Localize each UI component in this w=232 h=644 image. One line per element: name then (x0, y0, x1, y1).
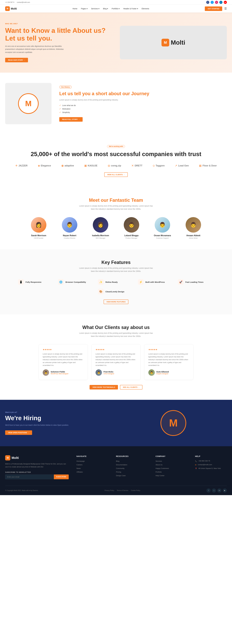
footer-facebook-icon[interactable]: f (207, 488, 211, 492)
feature-retina-label: Retina Ready (105, 281, 118, 283)
instagram-topbar-icon[interactable]: in (215, 1, 218, 4)
guto-text: Lorem ipsum is simply dummy text of the … (148, 352, 189, 367)
footer-link-news[interactable]: News (76, 467, 108, 470)
story-content: Our History Let us tell you a short abou… (59, 86, 227, 122)
solomon-info: Solomon Fields WordPress Web Designer (51, 371, 68, 375)
footer-subscribe-button[interactable]: SUBSCRIBE (54, 474, 69, 479)
client-logo-drett: ✕DRETT (131, 164, 142, 167)
footer-twitter-icon[interactable]: t (212, 488, 216, 492)
footer-link-blog[interactable]: Blog (116, 460, 148, 462)
hiring-description: We'd love to have you in our team! click… (5, 424, 70, 427)
footer-link-documentation[interactable]: Documentation (116, 464, 148, 466)
footer-link-help-center[interactable]: Help Center (156, 474, 187, 477)
footer-logo-icon: M (5, 455, 10, 460)
hiring-logo-m: M (169, 417, 178, 429)
email-address: contact@molti.com (17, 2, 30, 3)
footer-link-careers[interactable]: Careers (76, 464, 108, 466)
terms-of-service-link[interactable]: Terms of Service (117, 490, 128, 492)
nav-header-footer[interactable]: Header & Footer ▾ (123, 8, 138, 10)
story-title: Let us tell you a short about our Journe… (59, 91, 227, 97)
footer-link-homepage[interactable]: Homepage (76, 460, 108, 462)
story-list-item: ✓ Motivation (59, 108, 227, 110)
amaan-avatar: 👨 (186, 217, 201, 232)
nav-logo[interactable]: M Molti (5, 6, 17, 11)
guto-author: 👨 Guto Ellwood Graphic Designer (148, 369, 189, 376)
hero-description: At vero eos et accusamus iusto odio dign… (5, 45, 70, 54)
ocean-role: Customer Support (150, 237, 175, 239)
nav-services[interactable]: Services ▾ (91, 8, 99, 10)
nav-portfolio[interactable]: Portfolio ▾ (112, 8, 120, 10)
solomon-title: WordPress Web Designer (51, 373, 68, 375)
client-logo-adaptive: ◉adaptive (61, 164, 74, 167)
client-logo-leadgen: ↗Lead Gen (175, 164, 189, 167)
feature-wordpress: ⚡ Built with WordPress (138, 279, 174, 285)
footer-resources-links: Blog Documentation Community Pricing Des… (116, 460, 148, 477)
testimonial-guto: ★★★★★ Lorem ipsum is simply dummy text o… (144, 344, 193, 380)
footer-navigate-title: NAVIGATE (76, 455, 108, 457)
team-member-nayan: 👨 Nayan Robert Creative Director (57, 217, 82, 239)
footer-link-community[interactable]: Community (116, 467, 148, 470)
address-icon: 📍 (195, 468, 197, 470)
nav-elements[interactable]: Elements (142, 8, 149, 10)
feature-fast-loading-label: Fast Loading Times (185, 281, 204, 283)
features-description: Lorem Ipsum is simply dummy text of the … (77, 267, 155, 273)
testimonials-section: What Our Clients say about us Lorem Ipsu… (0, 314, 232, 400)
youtube-topbar-icon[interactable]: ▶ (224, 1, 227, 4)
story-image: M (5, 83, 51, 124)
footer-phone: 📞 +60 893 330 75 (195, 460, 227, 462)
see-all-clients-button[interactable]: SEE ALL CLIENTS → (120, 385, 142, 390)
facebook-topbar-icon[interactable]: f (206, 1, 209, 4)
footer-link-portfolio[interactable]: Portfolio (156, 471, 187, 473)
footer-top: M Molti Molti is a Professionally Design… (5, 455, 227, 486)
feature-responsive: 📱 Fully Responsive (18, 279, 54, 285)
story-badge: Our History (59, 86, 72, 89)
footer-linkedin-icon[interactable]: in (217, 488, 222, 492)
hero-brand: M Molti (162, 39, 185, 46)
footer-email-input[interactable] (5, 474, 54, 479)
footer-link-about[interactable]: About Us (156, 464, 187, 466)
twitter-topbar-icon[interactable]: t (211, 1, 214, 4)
team-title: Meet our Fantastic Team (5, 198, 227, 203)
footer-link-pricing[interactable]: Pricing (116, 471, 148, 473)
nav-pages[interactable]: Pages ▾ (81, 8, 87, 10)
footer-social-icons: f t in ▶ (207, 488, 227, 492)
get-started-button[interactable]: GET STARTED (205, 6, 222, 11)
amaan-role: Article Writer (181, 237, 206, 239)
story-cta-button[interactable]: READ FULL STORY → (59, 117, 83, 122)
footer-link-affiliates[interactable]: Affiliates (76, 471, 108, 473)
hamburger-icon[interactable]: ☰ (224, 7, 227, 10)
team-member-sarah: 👩 Sarah Morrison CEO/Founder (26, 217, 51, 239)
footer-youtube-icon[interactable]: ▶ (223, 488, 227, 492)
footer-link-design-case[interactable]: Design Case (116, 474, 148, 477)
firat-author: 👨 Firat Hicks UX/UI Designer (95, 369, 137, 376)
view-more-features-button[interactable]: VIEW MORE FEATURES (104, 300, 129, 304)
footer: M Molti Molti is a Professionally Design… (0, 446, 232, 495)
nav-blog[interactable]: Blog ▾ (103, 8, 108, 10)
wordpress-icon: ⚡ (138, 279, 144, 285)
team-member-ocean: 👨 Ocean Mcnamara Customer Support (150, 217, 175, 239)
hero-cta-button[interactable]: READ OUR STORY → (5, 58, 28, 62)
view-all-clients-button[interactable]: VIEW ALL CLIENTS → (104, 172, 128, 177)
linkedin-topbar-icon[interactable]: li (219, 1, 223, 4)
client-logo-taggore: ◇Taggore (153, 164, 165, 167)
cookie-policy-link[interactable]: Cookie Policy (131, 490, 140, 492)
footer-link-services[interactable]: Services (156, 460, 187, 462)
nayan-role: Creative Director (57, 237, 82, 239)
leland-avatar: 👨 (124, 217, 139, 232)
footer-link-happy-customers[interactable]: Happy Customers (156, 467, 187, 470)
privacy-policy-link[interactable]: Privacy Policy (105, 490, 114, 492)
team-member-leland: 👨 Leland Bloggs Product Manager (119, 217, 144, 239)
guto-name: Guto Ellwood (156, 371, 169, 373)
ocean-name: Ocean Mcnamara (150, 234, 175, 237)
footer-navigate-links: Homepage Careers News Affiliates (76, 460, 108, 473)
check-icon: ✓ (59, 104, 61, 106)
hero-brand-area: M Molti (120, 26, 227, 59)
guto-title: Graphic Designer (156, 373, 169, 375)
footer-logo-text: Molti (11, 456, 19, 460)
view-more-testimonials-button[interactable]: VIEW MORE TESTIMONIALS (90, 385, 118, 390)
feature-responsive-label: Fully Responsive (25, 281, 41, 283)
solomon-stars: ★★★★★ (43, 348, 84, 351)
view-open-positions-button[interactable]: VIEW OPEN POSITIONS → (5, 430, 32, 435)
nav-home[interactable]: Home (73, 8, 77, 10)
features-grid: 📱 Fully Responsive 🌐 Browser Compatibili… (5, 279, 227, 294)
